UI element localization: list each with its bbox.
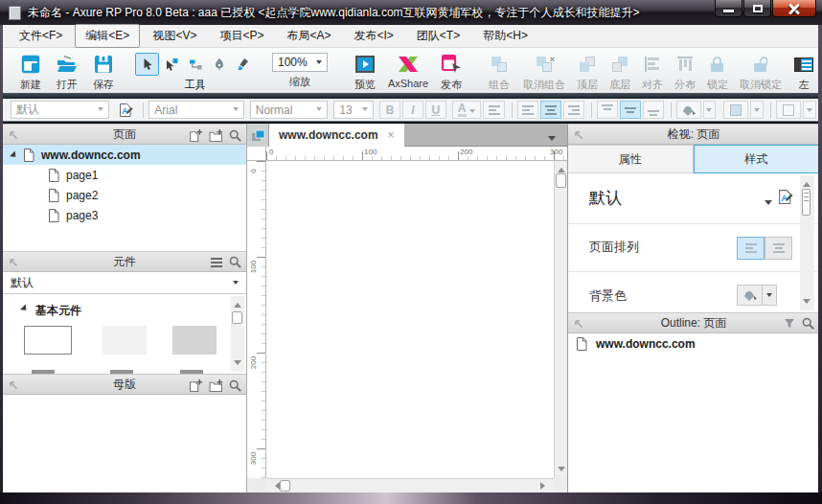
close-tab-icon[interactable]: × [388,128,395,142]
search-icon[interactable] [229,129,241,142]
canvas-horizontal-scrollbar[interactable] [266,478,554,493]
axshare-button[interactable]: AxShare [383,53,433,89]
widget-library-select[interactable]: 默认 [3,272,246,294]
bg-color-button[interactable] [737,285,763,306]
bullet-list-button[interactable] [483,101,506,119]
underline-button[interactable]: U [425,101,446,119]
page-align-left-button[interactable] [737,237,765,260]
title-bar[interactable]: 未命名 - Axure RP Pro 8.0 Beta : aaa 已授权 <起… [0,0,822,25]
unlock-button[interactable]: 取消锁定 [734,53,788,92]
scroll-up-icon[interactable] [558,164,565,172]
scrollbar-thumb[interactable] [280,480,290,492]
add-folder-icon[interactable] [209,378,222,392]
zoom-select[interactable]: 100% [272,53,328,72]
page-tree-item[interactable]: page1 [3,165,246,185]
font-color-button[interactable]: A [452,101,481,119]
scrollbar-thumb[interactable] [232,311,242,324]
menu-team[interactable]: 团队<T> [406,24,470,48]
add-page-icon[interactable] [189,128,202,142]
align-left-button[interactable] [517,101,538,119]
minimize-button[interactable] [715,0,742,17]
send-to-back-button[interactable]: 底层 [604,53,636,92]
menu-project[interactable]: 项目<P> [209,24,274,48]
inspector-scrollbar[interactable] [800,175,814,310]
scroll-down-icon[interactable] [803,299,811,308]
search-icon[interactable] [229,379,241,392]
collapse-panel-icon[interactable] [9,258,18,267]
open-button[interactable]: 打开 [49,53,85,92]
pen-tool-button[interactable] [207,53,231,76]
maximize-button[interactable] [743,0,771,17]
collapse-panel-icon[interactable] [574,130,583,140]
connector-tool-button[interactable] [183,53,207,76]
canvas-vertical-scrollbar[interactable] [554,161,567,478]
tab-list-dropdown-icon[interactable] [548,136,556,145]
border-style-button[interactable] [776,101,801,119]
canvas-tab-active[interactable]: www.downcc.com × [269,124,404,147]
widget-style-select[interactable]: 默认 [11,101,109,119]
widget-thumbnail-box3[interactable] [172,326,217,355]
menu-help[interactable]: 帮助<H> [472,24,538,48]
page-tree-item[interactable]: page3 [3,205,246,225]
collapse-panel-icon[interactable] [9,130,18,140]
bg-color-dropdown[interactable] [763,285,777,306]
save-button[interactable]: 保存 [85,53,122,92]
valign-top-button[interactable] [597,101,618,119]
new-button[interactable]: 新建 [12,53,49,92]
line-color-dropdown[interactable] [750,101,764,119]
tab-properties[interactable]: 属性 [568,145,694,173]
lock-button[interactable]: 锁定 [701,53,734,92]
widget-thumbnail-box[interactable] [24,326,72,355]
line-color-button[interactable] [723,101,748,119]
design-canvas[interactable] [266,161,554,478]
menu-edit[interactable]: 编辑<E> [75,24,140,48]
tab-style[interactable]: 样式 [694,145,820,173]
outline-item[interactable]: www.downcc.com [568,333,819,355]
close-button[interactable] [772,0,816,17]
italic-button[interactable]: I [402,101,423,119]
valign-bottom-button[interactable] [643,101,664,119]
group-button[interactable]: 组合 [481,53,517,92]
widget-section-header[interactable]: 基本元件 [22,303,246,319]
select-tool-button[interactable] [135,53,159,76]
align-right-button[interactable] [563,101,584,119]
border-style-dropdown[interactable] [803,101,816,119]
menu-view[interactable]: 视图<V> [142,24,207,48]
align-center-button[interactable] [540,101,561,119]
widgets-scrollbar[interactable] [231,296,244,372]
preview-button[interactable]: 预览 [347,53,383,92]
toggle-left-panel-button[interactable]: 左 [788,53,820,92]
scroll-up-icon[interactable] [234,299,241,308]
distribute-button[interactable]: 分布 [669,53,701,92]
scroll-left-icon[interactable] [271,482,280,490]
page-list-button[interactable] [247,124,269,147]
scroll-up-icon[interactable] [803,178,811,187]
scroll-right-icon[interactable] [540,482,549,490]
bring-to-front-button[interactable]: 顶层 [571,53,604,92]
search-icon[interactable] [802,317,814,330]
align-button[interactable]: 对齐 [636,53,669,92]
style-edit-icon[interactable] [777,189,793,205]
font-weight-select[interactable]: Normal [250,101,329,119]
page-align-center-button[interactable] [765,237,792,260]
fill-color-button[interactable] [676,101,701,119]
page-style-dropdown-icon[interactable] [765,200,772,209]
font-family-select[interactable]: Arial [148,101,243,119]
publish-button[interactable]: 发布 [433,53,469,92]
page-tree-item[interactable]: page2 [3,185,246,205]
menu-file[interactable]: 文件<F> [9,24,73,48]
valign-middle-button[interactable] [620,101,641,119]
format-painter-button[interactable] [231,53,255,76]
bold-button[interactable]: B [379,101,400,119]
font-size-select[interactable]: 13 [333,101,374,119]
menu-icon[interactable] [211,258,222,267]
scrollbar-thumb[interactable] [556,173,566,188]
select-intersect-tool-button[interactable] [159,53,183,76]
collapse-panel-icon[interactable] [574,319,583,329]
menu-layout[interactable]: 布局<A> [276,24,341,48]
fill-color-dropdown[interactable] [703,101,717,119]
ungroup-button[interactable]: × 取消组合 [517,53,571,92]
filter-icon[interactable] [784,318,795,329]
scroll-down-icon[interactable] [234,360,241,369]
style-editor-button[interactable] [115,101,136,119]
